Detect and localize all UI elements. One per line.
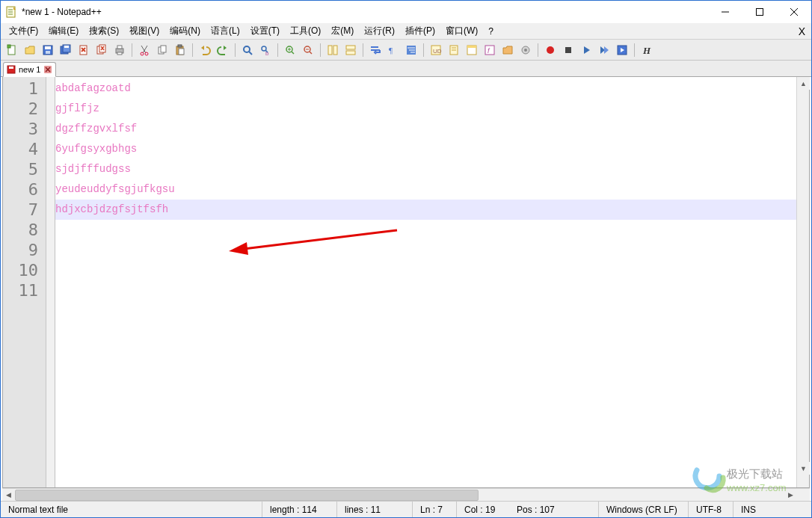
menu-search[interactable]: 搜索(S): [84, 23, 124, 39]
play-multi-icon[interactable]: [596, 42, 612, 58]
maximize-button[interactable]: [742, 1, 777, 23]
menu-help[interactable]: ?: [483, 25, 499, 38]
text-line[interactable]: gjflfjz: [55, 99, 796, 119]
svg-rect-31: [161, 46, 166, 52]
text-line-current[interactable]: hdjxcbjdzgfsjtfsfh: [55, 200, 796, 220]
svg-rect-65: [485, 46, 494, 55]
status-ln: Ln : 7: [412, 502, 457, 517]
status-encoding[interactable]: UTF-8: [689, 502, 733, 517]
svg-rect-74: [9, 67, 13, 69]
zoom-out-icon[interactable]: [300, 42, 316, 58]
svg-text:H: H: [642, 45, 651, 56]
undo-icon[interactable]: [197, 42, 213, 58]
mdi-close-button[interactable]: X: [799, 25, 805, 37]
redo-icon[interactable]: [215, 42, 231, 58]
sync-h-icon[interactable]: [342, 42, 359, 58]
scroll-left-icon[interactable]: ◀: [2, 489, 15, 502]
svg-line-45: [310, 52, 312, 54]
svg-line-41: [292, 52, 294, 54]
text-line[interactable]: abdafagzoatd: [55, 78, 796, 99]
save-macro-icon[interactable]: [614, 42, 630, 58]
menu-language[interactable]: 语言(L): [206, 23, 245, 39]
all-chars-icon[interactable]: ¶: [385, 42, 402, 58]
status-eol[interactable]: Windows (CR LF): [599, 502, 689, 517]
svg-rect-64: [467, 46, 476, 48]
status-lines: lines : 11: [337, 502, 412, 517]
toolbar-separator: [538, 43, 538, 57]
doc-map-icon[interactable]: [446, 42, 462, 58]
scroll-right-icon[interactable]: ▶: [784, 489, 797, 502]
document-tab-bar: new 1: [1, 61, 811, 77]
scroll-thumb[interactable]: [15, 490, 479, 501]
menu-file[interactable]: 文件(F): [4, 23, 43, 39]
indent-guide-icon[interactable]: [403, 42, 419, 58]
text-line[interactable]: dgzffzgvxlfsf: [55, 119, 796, 139]
menu-window[interactable]: 窗口(W): [440, 23, 483, 39]
text-line[interactable]: 6yufgsyxgbhgs: [55, 139, 796, 159]
line-number: 11: [3, 280, 38, 300]
line-number: 2: [3, 99, 38, 119]
text-line[interactable]: [55, 280, 796, 300]
menu-edit[interactable]: 编辑(E): [43, 23, 84, 39]
menu-plugins[interactable]: 插件(P): [400, 23, 440, 39]
record-icon[interactable]: [542, 42, 559, 58]
sync-v-icon[interactable]: [325, 42, 341, 58]
code-fold-strip[interactable]: [46, 77, 55, 487]
wrap-icon[interactable]: [367, 42, 384, 58]
line-number: 8: [3, 220, 38, 240]
monitor-icon[interactable]: [517, 42, 534, 58]
zoom-in-icon[interactable]: [282, 42, 298, 58]
func-list-icon[interactable]: f: [482, 42, 498, 58]
svg-point-68: [524, 49, 527, 52]
find-icon[interactable]: [239, 42, 256, 58]
play-icon[interactable]: [578, 42, 594, 58]
svg-rect-24: [117, 46, 122, 49]
scroll-down-icon[interactable]: ▼: [797, 462, 810, 475]
horizontal-scrollbar[interactable]: ◀ ▶: [2, 488, 810, 501]
svg-text:¶: ¶: [389, 46, 393, 55]
text-line[interactable]: [55, 260, 796, 280]
replace-icon[interactable]: b: [257, 42, 274, 58]
open-file-icon[interactable]: [22, 42, 38, 58]
text-line[interactable]: [55, 240, 796, 260]
text-line[interactable]: sjdjfffudgss: [55, 159, 796, 179]
tab-new-1[interactable]: new 1: [3, 62, 56, 77]
folder-icon[interactable]: [499, 42, 516, 58]
menu-settings[interactable]: 设置(T): [245, 23, 285, 39]
status-mode[interactable]: INS: [733, 502, 771, 517]
stop-icon[interactable]: [560, 42, 576, 58]
copy-icon[interactable]: [154, 42, 170, 58]
paste-icon[interactable]: [172, 42, 188, 58]
menu-run[interactable]: 运行(R): [359, 23, 400, 39]
lang-icon[interactable]: UD: [428, 42, 444, 58]
menu-encoding[interactable]: 编码(N): [164, 23, 206, 39]
title-bar: *new 1 - Notepad++: [1, 1, 811, 23]
tab-close-icon[interactable]: [43, 65, 52, 74]
minimize-button[interactable]: [708, 1, 742, 23]
menu-macro[interactable]: 宏(M): [326, 23, 359, 39]
unsaved-file-icon: [7, 65, 16, 74]
close-button[interactable]: [777, 1, 811, 23]
toolbar-separator: [132, 43, 132, 57]
scroll-up-icon[interactable]: ▲: [797, 77, 810, 90]
status-pos: Pos : 107: [509, 502, 599, 517]
text-line[interactable]: [55, 220, 796, 240]
cut-icon[interactable]: [136, 42, 153, 58]
close-file-icon[interactable]: [76, 42, 92, 58]
text-editor[interactable]: abdafagzoatd gjflfjz dgzffzgvxlfsf 6yufg…: [55, 77, 796, 487]
doc-list-icon[interactable]: [464, 42, 480, 58]
menu-view[interactable]: 视图(V): [124, 23, 164, 39]
save-icon[interactable]: [40, 42, 56, 58]
close-all-icon[interactable]: [93, 42, 110, 58]
text-line[interactable]: yeudeuddyfsgjufkgsu: [55, 179, 796, 200]
print-icon[interactable]: [111, 42, 128, 58]
svg-rect-49: [346, 46, 355, 49]
new-file-icon[interactable]: [4, 42, 20, 58]
menu-tools[interactable]: 工具(O): [285, 23, 326, 39]
save-all-icon[interactable]: [58, 42, 74, 58]
svg-rect-70: [565, 47, 571, 53]
vertical-scrollbar[interactable]: ▲ ▼: [796, 77, 809, 487]
window-controls: [708, 1, 811, 23]
bold-h-icon[interactable]: H: [639, 42, 655, 58]
editor-area: 1 2 3 4 5 6 7 8 9 10 11 abdafagzoatd gjf…: [2, 77, 810, 488]
